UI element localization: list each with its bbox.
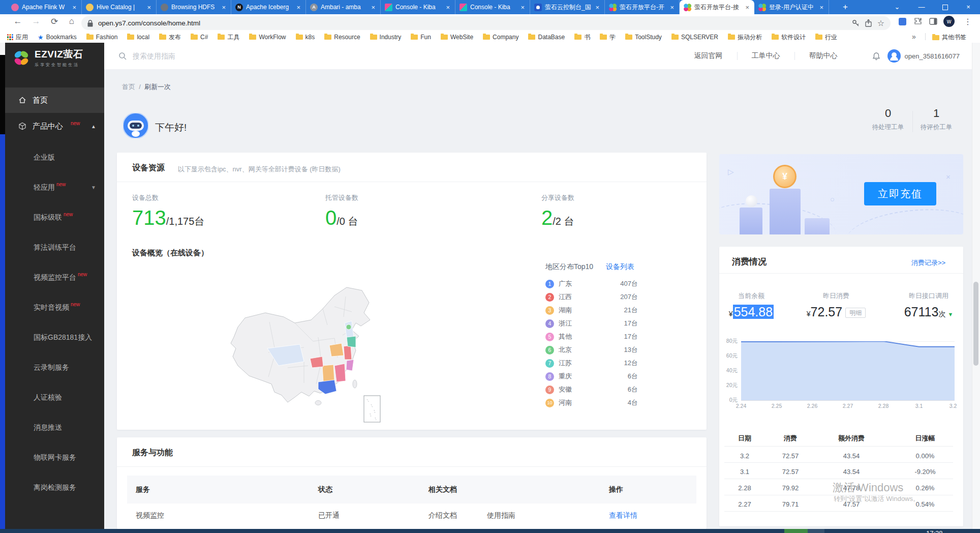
search-area[interactable] [118, 51, 680, 61]
url-text[interactable]: open.ys7.com/console/home.html [98, 19, 847, 27]
sidebar-item-message-push[interactable]: 消息推送 [5, 412, 104, 442]
nav-official-site[interactable]: 返回官网 [694, 51, 723, 61]
tab-apache-flink[interactable]: Apache Flink W× [7, 0, 82, 14]
menu-kebab-icon[interactable]: ⋮ [964, 17, 972, 26]
bookmark-folder[interactable]: C# [191, 34, 208, 41]
tab-search-icon[interactable]: ⌄ [885, 0, 909, 14]
sidebar-item-algo-training[interactable]: 算法训练平台 [5, 232, 104, 262]
password-key-icon[interactable] [852, 19, 860, 27]
nav-help-center[interactable]: 帮助中心 [809, 51, 838, 61]
bookmark-folder[interactable]: SQLSERVER [671, 34, 718, 41]
username-text[interactable]: open_3581616077 [905, 52, 960, 60]
tab-close-icon[interactable]: × [295, 4, 301, 11]
reload-icon[interactable]: ⟳ [48, 16, 61, 27]
profile-avatar[interactable]: w [943, 16, 955, 27]
tab-close-icon[interactable]: × [818, 4, 824, 11]
new-tab-button[interactable]: + [839, 2, 852, 13]
tab-close-icon[interactable]: × [594, 4, 600, 11]
page-scrollbar[interactable] [972, 43, 980, 529]
bookmark-folder[interactable]: k8s [296, 34, 315, 41]
sidebar-item-light-app[interactable]: 轻应用new▼ [5, 172, 104, 202]
tab-close-icon[interactable]: × [519, 4, 526, 11]
close-window-button[interactable]: × [957, 0, 980, 14]
view-detail-link[interactable]: 查看详情 [609, 511, 637, 520]
bookmarks-overflow-chevron[interactable]: » [912, 33, 916, 41]
other-bookmarks[interactable]: 其他书签 [932, 33, 966, 42]
tab-close-icon[interactable]: × [221, 4, 227, 11]
bookmark-folder[interactable]: Industry [370, 34, 402, 41]
sidebar-item-id-verify[interactable]: 人证核验 [5, 382, 104, 412]
bookmark-folder[interactable]: WorkFlow [249, 34, 286, 41]
sidebar-item-enterprise[interactable]: 企业版 [5, 142, 104, 172]
ezviz-logo[interactable]: EZVIZ萤石 乐享安全智能生活 [12, 48, 83, 68]
nav-workorder-center[interactable]: 工单中心 [752, 51, 780, 61]
tab-ezviz-open-active[interactable]: 萤石开放平台-接× [680, 0, 754, 14]
tab-ambari[interactable]: AAmbari - amba× [306, 0, 381, 14]
tab-close-icon[interactable]: × [146, 4, 152, 11]
pending-workorder-label[interactable]: 待处理工单 [865, 123, 911, 132]
bookmark-apps[interactable]: 应用 [7, 33, 28, 42]
detail-button[interactable]: 明细 [845, 308, 866, 318]
bookmark-folder[interactable]: Company [483, 34, 518, 41]
notification-bell[interactable] [872, 52, 880, 61]
scrollbar-thumb[interactable] [973, 282, 978, 366]
bookmark-folder[interactable]: 振动分析 [728, 33, 762, 42]
consumption-record-link[interactable]: 消费记录>> [911, 258, 945, 268]
tab-ezviz-open-1[interactable]: 萤石开放平台-开× [605, 0, 680, 14]
tab-browsing-hdfs[interactable]: Browsing HDFS× [157, 0, 231, 14]
consumption-area-chart[interactable] [741, 341, 955, 400]
windows-taskbar[interactable]: 17:28 [0, 529, 980, 533]
sidebar-item-home[interactable]: 首页 [5, 87, 104, 113]
sidebar-item-rtc[interactable]: 实时音视频new [5, 292, 104, 322]
user-avatar[interactable] [887, 49, 901, 63]
extensions-puzzle-icon[interactable] [914, 17, 922, 25]
breadcrumb-home[interactable]: 首页 [122, 83, 135, 91]
bookmark-bookmarks[interactable]: ★Bookmarks [38, 34, 77, 41]
sidebar-item-iot-card[interactable]: 物联网卡服务 [5, 442, 104, 472]
tab-login-auth[interactable]: 登录-用户认证中× [754, 0, 829, 14]
home-icon[interactable]: ⌂ [65, 16, 78, 26]
tab-ys7-console[interactable]: 萤石云控制台_国× [530, 0, 605, 14]
tab-close-icon[interactable]: × [370, 4, 376, 11]
bookmark-folder[interactable]: DataBase [528, 34, 565, 41]
bookmark-folder[interactable]: 发布 [159, 33, 181, 42]
sidebar-item-gb-cascade[interactable]: 国标级联new [5, 202, 104, 232]
minimize-button[interactable]: — [910, 0, 933, 14]
tab-close-icon[interactable]: × [71, 4, 77, 11]
china-map[interactable] [219, 276, 391, 426]
sidebar-item-gb28181[interactable]: 国标GB28181接入 [5, 322, 104, 352]
service-doc-intro[interactable]: 介绍文档 [428, 511, 457, 520]
share-icon[interactable] [865, 19, 872, 27]
bookmark-folder[interactable]: WebSite [441, 34, 473, 41]
sidebar-item-cloud-record[interactable]: 云录制服务 [5, 352, 104, 382]
sidebar-item-video-platform[interactable]: 视频监控平台new [5, 262, 104, 292]
taskbar-app-indicator[interactable] [784, 529, 808, 533]
sidebar-item-leave-detect[interactable]: 离岗检测服务 [5, 472, 104, 502]
device-list-link[interactable]: 设备列表 [606, 262, 634, 272]
address-bar[interactable]: open.ys7.com/console/home.html ☆ [81, 16, 891, 30]
review-workorder-label[interactable]: 待评价工单 [913, 123, 959, 132]
tab-close-icon[interactable]: × [744, 4, 750, 11]
bookmark-folder[interactable]: local [127, 34, 149, 41]
tab-kibana-console-2[interactable]: Console - Kiba× [455, 0, 530, 14]
bookmark-folder[interactable]: Fun [411, 34, 431, 41]
tab-close-icon[interactable]: × [669, 4, 675, 11]
bookmark-folder[interactable]: 行业 [815, 33, 837, 42]
forward-icon[interactable]: → [29, 16, 43, 26]
service-doc-guide[interactable]: 使用指南 [487, 511, 515, 520]
caret-down-icon[interactable]: ▼ [947, 311, 953, 317]
tab-hive-catalog[interactable]: Hive Catalog |× [82, 0, 157, 14]
bookmark-folder[interactable]: Fashion [86, 34, 118, 41]
recharge-button[interactable]: 立即充值 [864, 182, 936, 205]
taskbar-app-indicator[interactable] [808, 529, 824, 533]
tab-close-icon[interactable]: × [445, 4, 451, 11]
bookmark-folder[interactable]: 学 [600, 33, 616, 42]
sidebar-item-product-center[interactable]: 产品中心 new ▲ [5, 113, 104, 139]
search-input[interactable] [132, 51, 347, 61]
back-icon[interactable]: ← [11, 16, 24, 26]
bookmark-folder[interactable]: ToolStudy [625, 34, 662, 41]
bookmark-folder[interactable]: 软件设计 [772, 33, 806, 42]
maximize-button[interactable] [933, 0, 957, 14]
bookmark-folder[interactable]: 书 [574, 33, 590, 42]
bookmark-folder[interactable]: 工具 [218, 33, 239, 42]
